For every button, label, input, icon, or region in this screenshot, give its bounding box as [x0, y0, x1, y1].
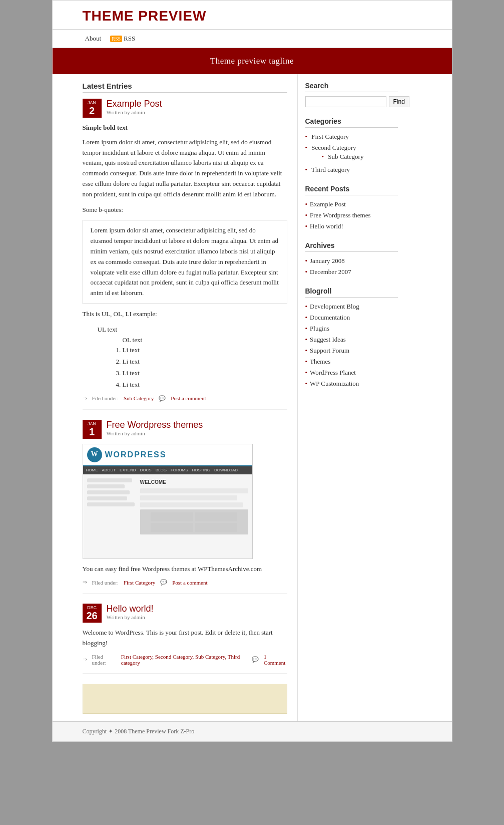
post-example-post: JAN 2 Example Post Written by admin Simp… — [83, 99, 287, 410]
post-content-free: W WordPress HOME ABOUT EXTEND DOCS BLOG … — [83, 444, 287, 575]
tagline-text: Theme preview tagline — [210, 56, 294, 66]
sidebar: Search Find Categories First Category Se… — [298, 74, 408, 721]
post-footer-free: ⇒ Filed under: First Category 💬 Post a c… — [83, 579, 287, 586]
sidebar-search-title: Search — [305, 82, 398, 92]
search-button[interactable]: Find — [389, 96, 409, 107]
blogroll-5: Themes — [305, 357, 398, 367]
filed-categories-link[interactable]: First Category, Second Category, Sub Cat… — [121, 654, 247, 666]
post-header-hello: DEC 26 Hello world! Written by admin — [83, 604, 287, 623]
nav-rss[interactable]: RSS RSS — [110, 35, 135, 43]
footer-tag-icon3: ⇒ — [83, 656, 87, 663]
category-item-first: First Category — [305, 132, 398, 142]
post-content-hello: Welcome to WordPress. This is your first… — [83, 628, 287, 649]
wp-nav-hosting: HOSTING — [192, 467, 210, 474]
page-wrapper: THEME PREVIEW About RSS RSS Theme previe… — [52, 0, 452, 742]
blogroll-link-1[interactable]: Documentation — [310, 314, 350, 321]
post-hello-world: DEC 26 Hello world! Written by admin Wel… — [83, 604, 287, 674]
nav-separator — [106, 35, 108, 43]
wp-header: W WordPress — [83, 444, 252, 466]
hello-body-text: Welcome to WordPress. This is your first… — [83, 628, 287, 649]
date-box-dec26: DEC 26 — [83, 604, 102, 623]
footer-tag-icon: ⇒ — [83, 395, 87, 402]
blockquote-text: Lorem ipsum dolor sit amet, consectetur … — [91, 226, 279, 297]
recent-post-link-2[interactable]: Hello world! — [310, 222, 343, 230]
wp-welcome-text: WELCOME — [140, 478, 248, 486]
wp-thumb — [151, 523, 193, 532]
post-month: JAN — [85, 421, 99, 426]
sidebar-categories-section: Categories First Category Second Categor… — [305, 117, 398, 175]
post-title-area: Example Post Written by admin — [107, 99, 162, 115]
footer-comment-icon2: 💬 — [160, 579, 167, 586]
blogroll-link-5[interactable]: Themes — [310, 358, 330, 365]
blogroll-7: WP Customization — [305, 379, 398, 389]
content-wrapper: Latest Entries JAN 2 Example Post Writte… — [53, 74, 452, 721]
wp-nav-docs: DOCS — [140, 467, 152, 474]
recent-post-link-0[interactable]: Example Post — [310, 200, 346, 208]
blogroll-link-2[interactable]: Plugins — [310, 325, 329, 332]
archives-list: January 2008 December 2007 — [305, 256, 398, 277]
post-title-link-hello[interactable]: Hello world! — [107, 604, 154, 614]
wp-logo-circle: W — [87, 447, 102, 462]
blogroll-link-7[interactable]: WP Customization — [310, 380, 359, 387]
post-bold-heading: Simple bold text — [83, 123, 287, 133]
free-themes-text: You can easy find free Wordpress themes … — [83, 565, 262, 573]
post-day: 1 — [85, 426, 99, 437]
post-title-link[interactable]: Example Post — [107, 99, 162, 109]
list-item: Li text — [123, 357, 287, 367]
search-input[interactable] — [305, 96, 386, 107]
post-quotes-label: Some b-quotes: — [83, 205, 287, 215]
blogroll-link-6[interactable]: WordPress Planet — [310, 369, 356, 376]
wp-logo-text: WordPress — [105, 448, 167, 461]
filed-under-link2[interactable]: First Category — [124, 580, 155, 586]
archive-link-dec[interactable]: December 2007 — [310, 268, 351, 276]
post-footer-hello: ⇒ Filed under: First Category, Second Ca… — [83, 654, 287, 666]
list-label: This is UL, OL, LI example: — [83, 309, 287, 320]
rss-icon: RSS — [110, 36, 122, 42]
wp-nav-about: ABOUT — [102, 467, 116, 474]
subcategory-link[interactable]: Sub Category — [328, 153, 363, 160]
archive-dec2007: December 2007 — [305, 267, 398, 277]
blogroll-link-0[interactable]: Development Blog — [310, 303, 359, 310]
post-title-link-free[interactable]: Free Wordpress themes — [107, 420, 203, 430]
category-link-third[interactable]: Third category — [311, 166, 350, 173]
wp-content-line — [140, 488, 248, 493]
date-box-jan1: JAN 1 — [83, 420, 102, 439]
list-item: Li text — [123, 345, 287, 356]
wp-nav-bar: HOME ABOUT EXTEND DOCS BLOG FORUMS HOSTI… — [83, 466, 252, 475]
category-link-second[interactable]: Second Category — [311, 144, 356, 151]
wp-thumb — [195, 512, 237, 521]
post-comment-link2[interactable]: Post a comment — [172, 580, 207, 586]
post-title-area-hello: Hello world! Written by admin — [107, 604, 154, 620]
archive-link-jan[interactable]: January 2008 — [310, 257, 345, 264]
post-day-26: 26 — [85, 610, 99, 621]
footer-comment-icon: 💬 — [159, 395, 166, 402]
recent-post-1: Free Wordpress themes — [305, 210, 398, 220]
wp-body: WELCOME — [83, 474, 252, 558]
wp-sidebar-item — [87, 490, 130, 494]
post-header-free: JAN 1 Free Wordpress themes Written by a… — [83, 420, 287, 439]
recent-posts-list: Example Post Free Wordpress themes Hello… — [305, 199, 398, 231]
post-author-free: Written by admin — [107, 430, 203, 436]
subcategory-list: Sub Category — [313, 152, 398, 162]
wp-nav-download: DOWNLOAD — [214, 467, 238, 474]
subcategory-item: Sub Category — [322, 152, 398, 162]
blogroll-0: Development Blog — [305, 302, 398, 312]
footer-tag-icon2: ⇒ — [83, 579, 87, 586]
wp-content-line — [140, 502, 243, 507]
blogroll-link-3[interactable]: Suggest Ideas — [310, 336, 346, 343]
post-free-themes: JAN 1 Free Wordpress themes Written by a… — [83, 420, 287, 594]
archive-jan2008: January 2008 — [305, 256, 398, 266]
nav-about[interactable]: About — [83, 34, 104, 44]
site-title: THEME PREVIEW — [83, 8, 442, 24]
category-link-first[interactable]: First Category — [311, 133, 349, 140]
ul-container: UL text OL text Li text Li text Li text … — [98, 325, 287, 390]
search-form: Find — [305, 96, 398, 107]
wp-content-line — [140, 495, 237, 500]
post-body-text-free: You can easy find free Wordpress themes … — [83, 564, 287, 575]
comment-count-link[interactable]: 1 Comment — [264, 654, 287, 666]
recent-post-link-1[interactable]: Free Wordpress themes — [310, 211, 370, 219]
blogroll-3: Suggest Ideas — [305, 335, 398, 345]
blogroll-link-4[interactable]: Support Forum — [310, 347, 349, 354]
post-comment-link[interactable]: Post a comment — [171, 395, 206, 401]
filed-under-link[interactable]: Sub Category — [124, 395, 154, 401]
